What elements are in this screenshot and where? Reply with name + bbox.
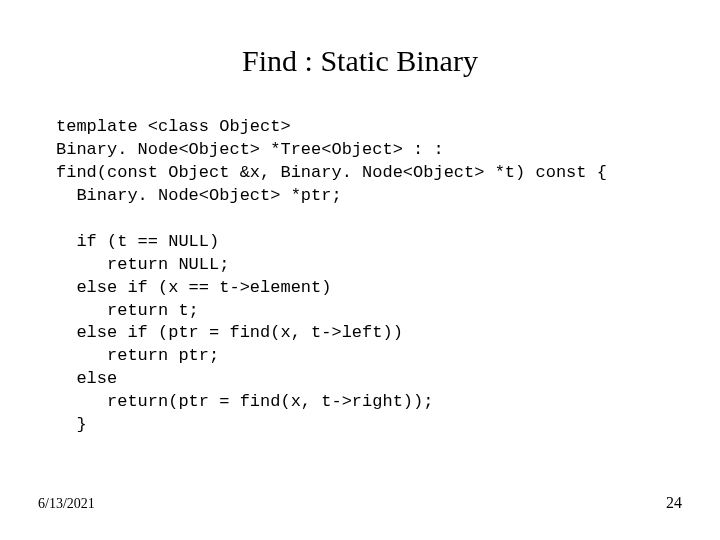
footer-date: 6/13/2021 [38, 496, 95, 512]
footer-page-number: 24 [666, 494, 682, 512]
slide-title: Find : Static Binary [0, 44, 720, 78]
code-block: template <class Object> Binary. Node<Obj… [56, 116, 680, 437]
slide: Find : Static Binary template <class Obj… [0, 0, 720, 540]
